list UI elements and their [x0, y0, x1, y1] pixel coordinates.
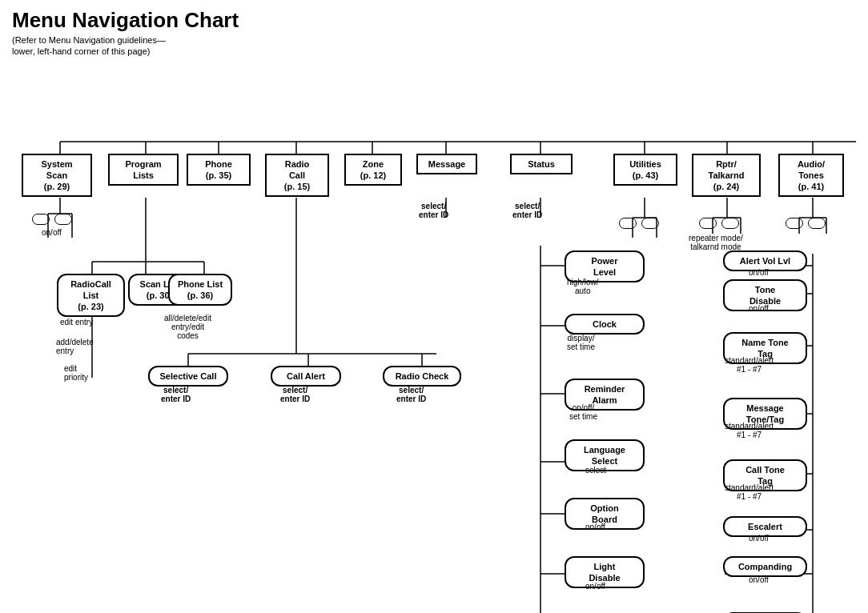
phone-box: Phone(p. 35) [187, 154, 251, 186]
selective-call-box: Selective Call [148, 366, 228, 387]
call-tone-sub: standard/alert#1 - #7 [725, 483, 774, 501]
phone-list-box: Phone List(p. 36) [168, 274, 232, 306]
program-lists-box: ProgramLists [108, 154, 179, 186]
name-tone-sub: standard/alert#1 - #7 [725, 356, 774, 374]
audio-arrows [786, 218, 826, 229]
companding-sub: on/off [749, 575, 769, 584]
page-subtitle: (Refer to Menu Navigation guidelines— lo… [12, 34, 814, 58]
alert-vol-sub: on/off [749, 268, 769, 277]
up-arrow-ss [32, 214, 50, 225]
tone-disable-sub: on/off [749, 304, 769, 313]
reminder-sub: on/off/set time [569, 403, 597, 421]
power-level-sub: high/low/auto [567, 278, 598, 295]
page: Menu Navigation Chart (Refer to Menu Nav… [0, 0, 868, 613]
up-arrow-rptr [699, 218, 717, 229]
add-delete-label: add/deleteentry [56, 338, 94, 355]
status-box: Status [510, 154, 573, 174]
down-arrow-rptr [721, 218, 739, 229]
utilities-arrows [619, 218, 659, 229]
system-scan-arrows [32, 214, 72, 225]
radio-check-box: Radio Check [383, 366, 461, 387]
radio-call-box: RadioCall(p. 15) [265, 154, 329, 198]
selective-call-select: select/enter ID [161, 386, 191, 403]
call-alert-box: Call Alert [271, 366, 341, 387]
companding-box: Companding [723, 556, 807, 577]
clock-sub: display/set time [567, 334, 595, 351]
utilities-box: Utilities(p. 43) [613, 154, 677, 186]
down-arrow-ss [54, 214, 72, 225]
down-arrow-util [641, 218, 659, 229]
zone-box: Zone(p. 12) [344, 154, 402, 186]
up-arrow-util [619, 218, 637, 229]
edit-entry-label: edit entry [60, 318, 93, 327]
option-board-sub: on/off [585, 523, 605, 531]
rptr-arrows [699, 218, 739, 229]
radiocall-list-box: RadioCallList(p. 23) [57, 274, 125, 318]
all-delete-edit-label: all/delete/editentry/editcodes [164, 314, 211, 340]
chart-area: SystemScan(p. 29) on/off ProgramLists Ph… [12, 62, 856, 613]
audio-tones-box: Audio/Tones(p. 41) [778, 154, 844, 198]
message-box: Message [416, 154, 477, 174]
message-tone-sub: standard/alert#1 - #7 [725, 422, 774, 439]
rptr-box: Rptr/Talkarnd(p. 24) [692, 154, 761, 198]
message-select-label: select/enter ID [419, 202, 448, 219]
language-sub: select [585, 466, 606, 475]
repeater-mode-label: repeater mode/talkarnd mode [689, 234, 743, 251]
clock-box: Clock [565, 314, 645, 335]
edit-priority-label: editpriority [64, 364, 88, 382]
page-title: Menu Navigation Chart [12, 8, 814, 33]
radio-check-select: select/enter ID [396, 386, 426, 403]
status-select-label: select/enter ID [512, 202, 542, 219]
on-off-ss: on/off [42, 228, 62, 237]
escalert-sub: on/off [749, 534, 769, 543]
light-disable-sub: on/off [585, 582, 605, 591]
call-alert-select: select/enter ID [280, 386, 310, 403]
up-arrow-audio [786, 218, 803, 229]
system-scan-box: SystemScan(p. 29) [22, 154, 92, 198]
down-arrow-audio [808, 218, 826, 229]
